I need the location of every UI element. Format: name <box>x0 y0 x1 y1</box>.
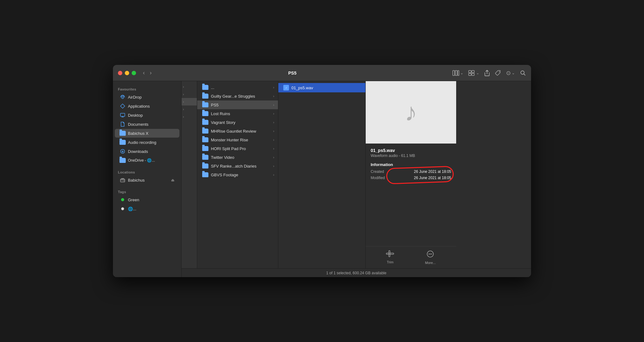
sidebar-item-applications[interactable]: Applications <box>115 102 179 110</box>
chevron-icon: › <box>273 138 274 142</box>
col1-item1[interactable]: ... › <box>197 83 278 92</box>
wav-file-icon: ♪ <box>283 85 289 90</box>
minimize-button[interactable] <box>125 71 129 75</box>
folder-icon <box>202 129 208 134</box>
titlebar: ‹ › PS5 ⌄ ⌄ <box>113 65 531 81</box>
col0-item3[interactable]: › <box>182 98 197 105</box>
sidebar-item-audio-recording[interactable]: Audio recording <box>115 138 179 147</box>
audio-recording-icon <box>120 139 125 145</box>
trim-icon <box>386 250 394 259</box>
airdrop-label: AirDrop <box>128 95 142 100</box>
svg-point-9 <box>122 97 124 99</box>
col0-item1[interactable]: › <box>182 83 197 90</box>
column-3: ♪ 01_ps5.wav <box>278 81 366 268</box>
desktop-label: Desktop <box>128 113 143 118</box>
svg-rect-10 <box>120 113 125 116</box>
col1-item2-label: Guilty Gear...e Struggles <box>211 94 255 99</box>
modified-label: Modified <box>371 176 385 180</box>
chevron-icon: › <box>273 112 274 115</box>
col1-ps5[interactable]: PS5 › <box>197 100 278 109</box>
chevron-icon: › <box>273 120 274 124</box>
col1-item8[interactable]: HORI Split Pad Pro › <box>197 144 278 153</box>
trim-button[interactable]: Trim <box>386 250 394 265</box>
music-note-icon: ♪ <box>405 98 417 127</box>
finder-window: ‹ › PS5 ⌄ ⌄ <box>113 65 531 277</box>
col0-item4[interactable]: › <box>182 105 197 113</box>
folder-icon <box>202 146 208 151</box>
view-columns-button[interactable]: ⌄ <box>452 70 463 76</box>
chevron-icon: › <box>273 147 274 150</box>
preview-image: ♪ <box>366 81 456 144</box>
sidebar-item-documents[interactable]: Documents <box>115 120 179 129</box>
svg-rect-12 <box>120 179 125 182</box>
col0-item2[interactable]: › <box>182 90 197 98</box>
more-button[interactable]: More... <box>425 250 436 265</box>
columns-area: › › › › › <box>182 81 531 268</box>
favourites-label: Favourites <box>113 85 181 92</box>
sidebar-item-babichus-drive[interactable]: Babichus ⏏ <box>115 176 179 184</box>
column-1: › › › › › <box>182 81 197 268</box>
toolbar-right: ⌄ ⌄ <box>452 70 526 76</box>
col1-item6[interactable]: MHRise Gauntlet Review › <box>197 127 278 135</box>
modified-row: Modified 26 June 2021 at 18:05 <box>371 176 451 180</box>
folder-icon <box>202 164 208 169</box>
onedrive-icon <box>120 158 125 163</box>
col1-item10-label: SFV Ranke...atch Diaries <box>211 164 256 169</box>
status-bar: 1 of 1 selected, 600.24 GB available <box>182 268 531 277</box>
col1-item9[interactable]: Twitter Video › <box>197 153 278 162</box>
svg-rect-1 <box>455 71 457 76</box>
search-button[interactable] <box>520 70 526 76</box>
sidebar-item-tag-custom[interactable]: 🌐... <box>115 204 179 213</box>
more-options-button[interactable]: ⊙ ⌄ <box>506 70 515 76</box>
locations-label: Locations <box>113 168 181 175</box>
close-button[interactable] <box>118 71 122 75</box>
created-row: Created 26 June 2021 at 18:05 <box>371 169 451 174</box>
trim-label: Trim <box>387 260 394 264</box>
col1-item7[interactable]: Monster Hunter Rise › <box>197 135 278 144</box>
col1-item11[interactable]: GBVS Footage › <box>197 170 278 179</box>
downloads-icon <box>120 149 125 154</box>
share-button[interactable] <box>484 70 490 76</box>
tags-label: Tags <box>113 188 181 195</box>
col1-item2[interactable]: Guilty Gear...e Struggles › <box>197 92 278 100</box>
documents-icon <box>120 121 125 127</box>
applications-label: Applications <box>128 104 150 109</box>
sidebar-item-babichus-x[interactable]: Babichus X <box>115 129 179 138</box>
svg-point-19 <box>431 254 432 255</box>
col1-ps5-label: PS5 <box>211 103 219 107</box>
svg-rect-5 <box>469 73 471 76</box>
svg-rect-0 <box>453 71 455 76</box>
col1-item8-label: HORI Split Pad Pro <box>211 146 246 151</box>
documents-label: Documents <box>128 122 149 127</box>
svg-point-17 <box>429 254 430 255</box>
col1-item4[interactable]: Lost Ruins › <box>197 109 278 118</box>
col2-wav-label: 01_ps5.wav <box>291 86 313 90</box>
col1-item5[interactable]: Vagrant Story › <box>197 118 278 127</box>
col1-item9-label: Twitter Video <box>211 155 234 160</box>
preview-filetype: Waveform audio - 61.1 MB <box>371 154 451 158</box>
drive-icon <box>120 177 125 183</box>
sidebar-item-downloads[interactable]: Downloads <box>115 147 179 156</box>
modified-value: 26 June 2021 at 18:05 <box>414 176 451 180</box>
folder-icon <box>202 94 208 99</box>
sidebar-item-airdrop[interactable]: AirDrop <box>115 93 179 101</box>
babichus-x-label: Babichus X <box>128 131 149 136</box>
desktop-icon <box>120 112 125 118</box>
group-by-button[interactable]: ⌄ <box>468 70 479 76</box>
col0-item5[interactable]: › <box>182 113 197 120</box>
col2-wav-file[interactable]: ♪ 01_ps5.wav <box>278 83 365 92</box>
folder-icon <box>202 137 208 142</box>
folder-icon <box>202 120 208 125</box>
created-label: Created <box>371 169 384 174</box>
tag-button[interactable] <box>495 70 501 76</box>
sidebar-item-onedrive[interactable]: OneDrive - 🌐... <box>115 156 179 165</box>
sidebar-item-desktop[interactable]: Desktop <box>115 111 179 120</box>
sidebar-item-tag-green[interactable]: Green <box>115 195 179 204</box>
col1-item6-label: MHRise Gauntlet Review <box>211 129 256 134</box>
col1-item10[interactable]: SFV Ranke...atch Diaries › <box>197 162 278 170</box>
svg-point-18 <box>430 254 431 255</box>
col1-item4-label: Lost Ruins <box>211 111 230 116</box>
eject-icon[interactable]: ⏏ <box>171 178 174 182</box>
tag-green-label: Green <box>128 198 139 202</box>
col1-item5-label: Vagrant Story <box>211 120 236 125</box>
